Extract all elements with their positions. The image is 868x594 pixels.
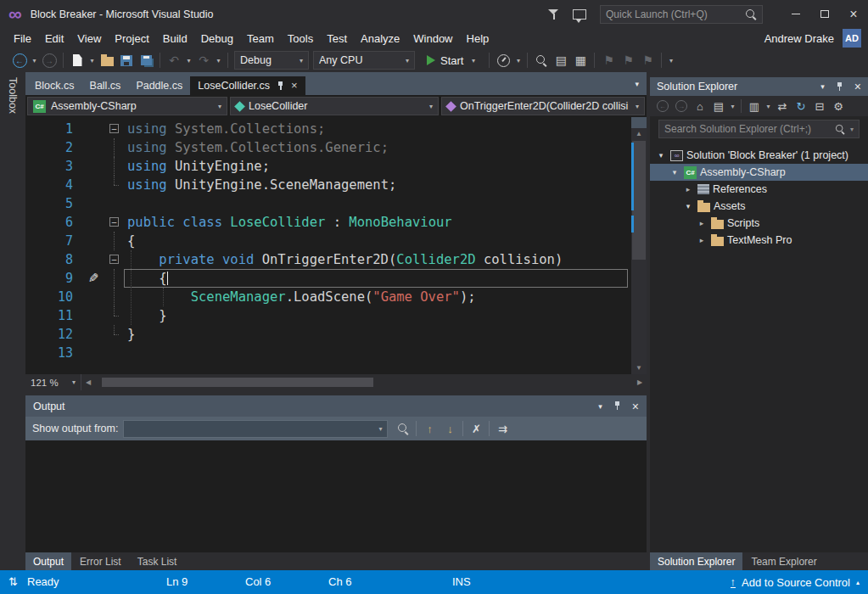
- new-project-icon[interactable]: [68, 50, 87, 70]
- save-icon[interactable]: [117, 50, 136, 70]
- code-line-6[interactable]: 6–public class LoseCollider : MonoBehavi…: [25, 213, 631, 232]
- tree-item-assets[interactable]: ▾Assets: [650, 198, 868, 215]
- panel-tab-output[interactable]: Output: [25, 552, 71, 570]
- collapse-region-icon[interactable]: –: [109, 124, 119, 133]
- scroll-down-icon[interactable]: ▼: [631, 362, 647, 374]
- type-dropdown[interactable]: LoseCollider ▾: [230, 97, 439, 115]
- menu-debug[interactable]: Debug: [194, 31, 240, 47]
- menu-view[interactable]: View: [70, 31, 108, 47]
- pending-changes-filter-caret-icon[interactable]: ▾: [764, 103, 772, 110]
- code-text[interactable]: private void OnTriggerEnter2D(Collider2D…: [124, 250, 628, 269]
- avatar[interactable]: AD: [843, 29, 861, 48]
- minimize-button[interactable]: [781, 0, 810, 28]
- properties-icon[interactable]: ⚙: [830, 98, 847, 115]
- code-line-7[interactable]: 7{: [25, 232, 631, 250]
- pending-changes-filter-icon[interactable]: ▥: [746, 98, 763, 115]
- expander-expanded-icon[interactable]: ▾: [682, 202, 694, 210]
- go-to-next-message-icon[interactable]: ↓: [440, 419, 460, 438]
- code-text[interactable]: [124, 344, 628, 362]
- close-icon[interactable]: ×: [291, 81, 298, 91]
- start-caret-icon[interactable]: ▾: [468, 57, 478, 64]
- toolbox-tab[interactable]: Toolbox: [7, 77, 19, 114]
- scroll-left-icon[interactable]: ◀: [81, 374, 95, 390]
- add-to-source-control-button[interactable]: ↑ Add to Source Control ▴: [731, 570, 860, 594]
- panel-tab-team-explorer[interactable]: Team Explorer: [743, 552, 824, 570]
- tree-item-scripts[interactable]: ▸Scripts: [650, 215, 868, 232]
- collapse-all-icon[interactable]: ⊟: [811, 98, 828, 115]
- code-text[interactable]: using UnityEngine;: [124, 157, 628, 176]
- code-line-5[interactable]: 5: [25, 194, 631, 213]
- menu-analyze[interactable]: Analyze: [354, 31, 406, 47]
- menu-project[interactable]: Project: [108, 31, 155, 47]
- panel-tab-error-list[interactable]: Error List: [72, 552, 129, 570]
- solution-search-input[interactable]: Search Solution Explorer (Ctrl+;) ▾: [658, 120, 860, 138]
- pin-icon[interactable]: [613, 401, 622, 411]
- switch-views-icon[interactable]: ▤: [710, 98, 727, 115]
- menu-help[interactable]: Help: [460, 31, 496, 47]
- tree-item-textmesh-pro[interactable]: ▸TextMesh Pro: [650, 232, 868, 249]
- filter-notifications-icon[interactable]: [548, 8, 559, 20]
- sync-with-active-document-icon[interactable]: ⇄: [774, 98, 791, 115]
- document-list-dropdown-icon[interactable]: ▾: [635, 80, 639, 88]
- fold-margin[interactable]: –: [107, 213, 124, 232]
- solution-platforms-combo[interactable]: Any CPU▾: [313, 51, 415, 70]
- solution-configurations-combo[interactable]: Debug▾: [234, 51, 309, 70]
- tree-item-references[interactable]: ▸References: [650, 181, 868, 198]
- menu-team[interactable]: Team: [240, 31, 281, 47]
- close-icon[interactable]: ×: [854, 81, 861, 92]
- window-position-icon[interactable]: ▾: [820, 82, 825, 91]
- code-line-12[interactable]: 12}: [25, 325, 631, 344]
- code-line-9[interactable]: 9 {: [25, 269, 631, 288]
- code-line-1[interactable]: 1–using System.Collections;: [25, 120, 631, 138]
- output-content[interactable]: [25, 440, 647, 552]
- close-icon[interactable]: ×: [632, 401, 639, 412]
- code-line-8[interactable]: 8– private void OnTriggerEnter2D(Collide…: [25, 250, 631, 269]
- menu-test[interactable]: Test: [320, 31, 354, 47]
- close-button[interactable]: ×: [839, 0, 868, 28]
- send-feedback-icon[interactable]: [573, 9, 586, 20]
- code-text[interactable]: using UnityEngine.SceneManagement;: [124, 176, 628, 194]
- output-title-bar[interactable]: Output ▾ ×: [25, 395, 647, 417]
- fold-margin[interactable]: –: [107, 120, 124, 138]
- menu-file[interactable]: File: [7, 31, 38, 47]
- code-text[interactable]: [124, 194, 628, 213]
- code-text[interactable]: {: [124, 269, 628, 288]
- code-text[interactable]: }: [124, 306, 628, 325]
- code-line-11[interactable]: 11 }: [25, 306, 631, 325]
- redo-caret-icon[interactable]: ▾: [214, 57, 223, 64]
- pin-icon[interactable]: [276, 81, 285, 91]
- toggle-word-wrap-icon[interactable]: ⇉: [492, 419, 512, 438]
- properties-window-icon[interactable]: ▦: [571, 50, 590, 70]
- output-source-dropdown[interactable]: ▾: [123, 420, 388, 438]
- code-text[interactable]: {: [124, 232, 628, 250]
- tab-losecollider-cs[interactable]: LoseCollider.cs×: [190, 76, 305, 95]
- collapse-region-icon[interactable]: –: [109, 255, 119, 264]
- scroll-up-icon[interactable]: ▲: [631, 128, 647, 140]
- user-name[interactable]: Andrew Drake: [764, 32, 834, 45]
- quick-launch-input[interactable]: Quick Launch (Ctrl+Q): [600, 5, 763, 24]
- zoom-control[interactable]: 121 % ▾: [25, 374, 81, 390]
- performance-profiler-caret-icon[interactable]: ▾: [513, 57, 523, 64]
- collapse-region-icon[interactable]: –: [109, 217, 119, 227]
- expander-collapsed-icon[interactable]: ▸: [696, 219, 708, 227]
- code-line-10[interactable]: 10 SceneManager.LoadScene("Game Over");: [25, 288, 631, 306]
- tab-block-cs[interactable]: Block.cs: [27, 76, 82, 95]
- solution-explorer-icon[interactable]: ▤: [552, 50, 570, 70]
- find-in-files-icon[interactable]: [532, 50, 551, 70]
- fold-margin[interactable]: –: [107, 250, 124, 269]
- expander-collapsed-icon[interactable]: ▸: [682, 185, 694, 193]
- tree-item-assembly-csharp[interactable]: ▾C#Assembly-CSharp: [650, 164, 868, 181]
- menu-tools[interactable]: Tools: [281, 31, 320, 47]
- scrollbar-thumb[interactable]: [632, 141, 646, 260]
- solution-explorer-title-bar[interactable]: Solution Explorer ▾ ×: [650, 77, 868, 96]
- code-line-3[interactable]: 3using UnityEngine;: [25, 157, 631, 176]
- expander-expanded-icon[interactable]: ▾: [669, 168, 680, 177]
- splitter-grip[interactable]: [631, 117, 647, 128]
- code-editor[interactable]: 1–using System.Collections;2using System…: [25, 117, 647, 374]
- pin-icon[interactable]: [835, 82, 844, 92]
- code-text[interactable]: using System.Collections.Generic;: [124, 138, 628, 157]
- code-text[interactable]: SceneManager.LoadScene("Game Over");: [124, 288, 628, 306]
- code-text[interactable]: using System.Collections;: [124, 120, 628, 138]
- vertical-scrollbar[interactable]: ▲ ▼: [631, 117, 647, 374]
- scroll-right-icon[interactable]: ▶: [633, 374, 647, 390]
